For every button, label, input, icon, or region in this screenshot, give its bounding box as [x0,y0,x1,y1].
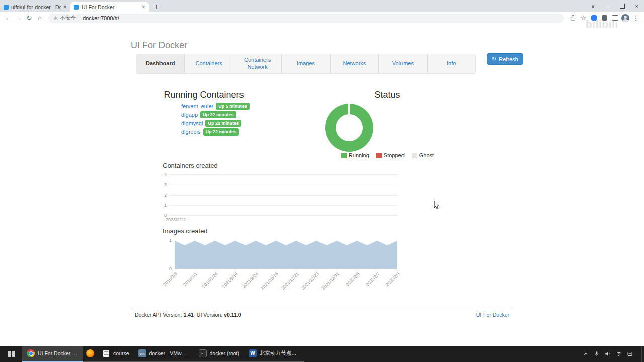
show-desktop-button[interactable] [641,346,644,362]
container-link[interactable]: dlgapp [181,112,198,118]
x-axis-tick: 2023/2/12 [166,217,186,222]
tab-search-icon[interactable]: ∨ [586,0,600,12]
browser-tabstrip: uifd/ui-for-docker - Docker Im... × UI F… [0,0,644,12]
containers-created-plot: 012342023/2/12 [170,174,397,215]
start-button[interactable] [0,346,22,362]
gridline [170,205,397,206]
nav-tab-dashboard[interactable]: Dashboard [136,54,185,73]
chrome-icon [27,349,35,357]
word-icon: W [249,349,257,357]
microphone-icon[interactable] [593,350,600,357]
container-row: dlgmysqlUp 22 minutes [181,120,250,127]
taskbar-apps: UI For Docker - ...coursevmdocker - VMwa… [22,346,304,362]
windows-logo-icon [8,351,15,357]
nav-tab-containers-network[interactable]: Containers Network [233,54,282,73]
nav-tab-networks[interactable]: Networks [331,54,379,73]
minimize-button[interactable]: – [600,0,615,12]
mouse-cursor [434,200,440,212]
close-tab-icon[interactable]: × [142,4,145,10]
footer-version-text: Docker API Version:1.41UI Version:v0.11.… [135,312,245,318]
legend-swatch [341,153,347,158]
taskbar-app-terminal[interactable]: >_docker (root) [194,346,245,362]
nav-tab-images[interactable]: Images [282,54,330,73]
address-bar[interactable]: ⚠ 不安全 docker:7000/#/ [48,14,564,23]
side-panel-icon[interactable] [610,13,620,23]
taskbar-app-vmware[interactable]: vmdocker - VMware... [134,346,194,362]
terminal-icon: >_ [199,349,207,357]
chevron-up-icon[interactable] [582,350,589,357]
page-title: UI For Docker [131,40,187,51]
taskbar-app-label: docker (root) [210,350,240,356]
y-axis-tick: 0 [169,266,172,272]
network-icon[interactable] [615,350,622,357]
refresh-label: Refresh [499,56,518,62]
forward-icon[interactable]: → [14,13,24,23]
running-containers-list: fervent_eulerUp 5 minutesdlgappUp 22 min… [181,103,250,137]
close-tab-icon[interactable]: × [63,4,67,10]
taskbar-app-chrome[interactable]: UI For Docker - ... [22,346,83,362]
donut-hole [336,114,363,141]
nav-tab-containers[interactable]: Containers [185,54,233,73]
notification-icon[interactable] [626,350,633,357]
gridline [170,215,397,216]
taskbar-app-label: 北京动力节点课程... [260,350,300,357]
back-icon[interactable]: ← [3,13,13,23]
container-link[interactable]: dlgmysql [181,120,203,126]
y-axis-tick: 1 [169,238,172,243]
bookmark-star-icon[interactable]: ☆ [578,13,588,23]
speaker-icon[interactable] [604,350,611,357]
nav-tab-volumes[interactable]: Volumes [379,54,427,73]
y-axis-tick: 1 [164,203,167,208]
maximize-button[interactable] [615,0,629,12]
url-text: docker:7000/#/ [83,15,119,21]
x-axis-tick: 2018/1/1 [183,271,199,287]
taskbar-app-label: UI For Docker - ... [38,350,78,356]
gridline [170,195,397,196]
status-donut [325,104,373,152]
close-window-button[interactable]: × [629,0,644,12]
taskbar-app-word[interactable]: W北京动力节点课程... [244,346,304,362]
browser-toolbar: ← → ↻ ⌂ ⚠ 不安全 docker:7000/#/ ☆ ⋮ [0,12,644,24]
x-axis-tick: 2016/9/8 [162,271,178,287]
ui-for-docker-favicon [74,5,79,10]
x-axis-tick: 2023/2/5 [345,271,361,287]
legend-label: Ghost [419,152,434,158]
browser-tab-docker-hub[interactable]: uifd/ui-for-docker - Docker Im... × [0,2,70,12]
status-legend: RunningStoppedGhost [312,152,463,158]
container-link[interactable]: dlgredis [181,129,201,135]
containers-created-title: Containers created [163,162,218,169]
share-icon[interactable] [568,13,578,23]
browser-tab-ui-for-docker[interactable]: UI For Docker × [70,2,149,12]
container-row: fervent_eulerUp 5 minutes [181,103,250,110]
vmware-icon: vm [138,349,146,357]
extension-icon[interactable] [599,13,609,23]
taskbar-app-document[interactable]: course [98,346,134,362]
footer-brand-link[interactable]: UI For Docker [476,312,509,318]
x-axis-tick: 2021/12/31 [320,271,340,291]
nav-tab-info[interactable]: Info [428,54,475,73]
y-axis-tick: 4 [164,172,167,177]
system-tray [582,346,641,362]
home-icon[interactable]: ⌂ [35,13,45,23]
gridline [170,185,397,185]
legend-item-ghost: Ghost [412,152,434,158]
extension-icon[interactable] [589,13,599,23]
taskbar-app-label: course [113,350,129,356]
reload-icon[interactable]: ↻ [24,13,34,23]
security-chip[interactable]: ⚠ 不安全 [53,15,76,22]
profile-avatar[interactable] [620,13,630,23]
warning-icon: ⚠ [53,15,58,21]
container-row: dlgappUp 22 minutes [181,111,250,118]
legend-label: Running [349,152,369,158]
taskbar-app-firefox[interactable] [83,346,98,362]
area-chart-svg [175,240,397,269]
uptime-badge: Up 22 minutes [200,111,236,118]
legend-label: Stopped [384,152,405,158]
x-axis-tick: 2023/2/7 [365,271,381,287]
y-axis-tick: 2 [164,193,167,198]
container-link[interactable]: fervent_euler [181,103,213,109]
new-tab-button[interactable]: + [152,2,162,11]
kebab-menu-icon[interactable]: ⋮ [631,13,641,23]
tab-title: uifd/ui-for-docker - Docker Im... [11,4,61,10]
refresh-button[interactable]: ↻ Refresh [487,53,523,65]
